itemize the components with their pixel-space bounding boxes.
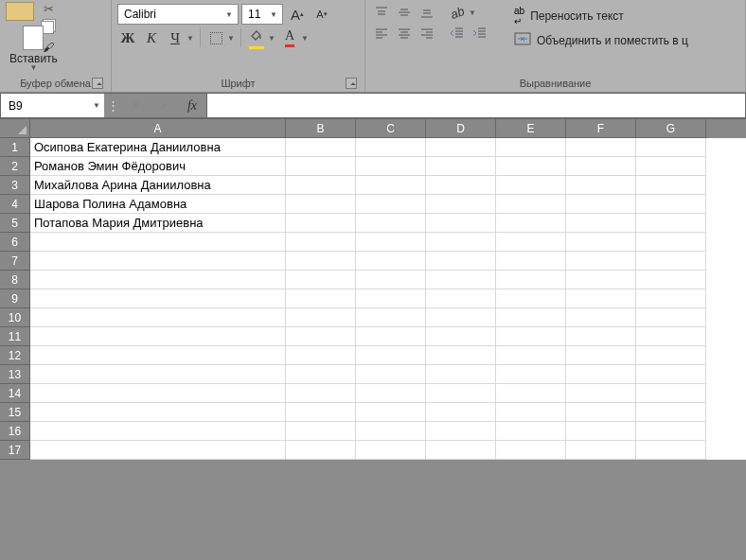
cell[interactable]	[566, 271, 636, 289]
paste-button[interactable]: Вставить ▼	[6, 18, 62, 74]
row-header[interactable]: 3	[0, 176, 30, 195]
cell[interactable]: Михайлова Арина Данииловна	[30, 176, 286, 195]
cell[interactable]	[286, 403, 356, 422]
cell[interactable]	[356, 271, 426, 289]
cell[interactable]	[566, 384, 636, 403]
cell[interactable]	[496, 289, 566, 308]
column-header-C[interactable]: C	[356, 119, 426, 138]
cell[interactable]	[356, 157, 426, 176]
cell[interactable]	[30, 327, 286, 346]
cell[interactable]	[286, 252, 356, 271]
cell[interactable]	[636, 403, 706, 422]
cell[interactable]	[30, 252, 286, 271]
cell[interactable]	[286, 157, 356, 176]
cell[interactable]	[426, 403, 496, 422]
cell[interactable]	[566, 403, 636, 422]
cell[interactable]	[496, 157, 566, 176]
cell[interactable]	[566, 176, 636, 195]
cell[interactable]	[566, 195, 636, 214]
accept-formula-button[interactable]: ✓	[150, 94, 178, 118]
row-header[interactable]: 6	[0, 233, 30, 252]
row-header[interactable]: 10	[0, 308, 30, 327]
cell[interactable]	[30, 403, 286, 422]
cell[interactable]	[426, 252, 496, 271]
row-header[interactable]: 15	[0, 403, 30, 422]
cell[interactable]	[286, 327, 356, 346]
row-header[interactable]: 16	[0, 422, 30, 441]
cell[interactable]	[426, 214, 496, 233]
decrease-indent-button[interactable]	[447, 25, 468, 42]
cell[interactable]	[286, 346, 356, 365]
cell[interactable]	[636, 365, 706, 384]
cell[interactable]	[496, 233, 566, 252]
cell[interactable]	[496, 346, 566, 365]
cell[interactable]	[636, 441, 706, 460]
column-header-F[interactable]: F	[566, 119, 636, 138]
cell[interactable]	[426, 138, 496, 157]
cell[interactable]	[356, 422, 426, 441]
cell[interactable]	[566, 365, 636, 384]
cell[interactable]	[356, 289, 426, 308]
font-size-combo[interactable]: 11 ▼	[241, 4, 283, 25]
merge-center-button[interactable]: Объединить и поместить в ц	[510, 30, 692, 50]
cell[interactable]	[496, 195, 566, 214]
align-right-button[interactable]	[417, 25, 437, 42]
cell[interactable]	[30, 384, 286, 403]
name-box[interactable]: B9 ▼	[0, 93, 104, 118]
cell[interactable]	[566, 308, 636, 327]
row-header[interactable]: 1	[0, 138, 30, 157]
cell[interactable]	[496, 422, 566, 441]
row-header[interactable]: 11	[0, 327, 30, 346]
cell[interactable]	[636, 233, 706, 252]
cell[interactable]: Романов Эмин Фёдорович	[30, 157, 286, 176]
cell[interactable]	[30, 346, 286, 365]
cell[interactable]	[356, 365, 426, 384]
cell[interactable]	[566, 289, 636, 308]
cell[interactable]	[426, 346, 496, 365]
align-left-button[interactable]	[371, 25, 392, 42]
cell[interactable]	[426, 422, 496, 441]
cell[interactable]	[566, 422, 636, 441]
cell[interactable]	[30, 308, 286, 327]
cell[interactable]	[566, 138, 636, 157]
row-header[interactable]: 12	[0, 346, 30, 365]
row-header[interactable]: 5	[0, 214, 30, 233]
cell[interactable]	[286, 195, 356, 214]
cell[interactable]	[566, 441, 636, 460]
cell[interactable]	[636, 346, 706, 365]
cell[interactable]	[636, 214, 706, 233]
row-header[interactable]: 2	[0, 157, 30, 176]
cell[interactable]	[636, 138, 706, 157]
cell[interactable]	[496, 384, 566, 403]
font-launcher[interactable]	[346, 78, 357, 89]
cell[interactable]	[426, 233, 496, 252]
cell[interactable]	[286, 384, 356, 403]
cell[interactable]	[636, 252, 706, 271]
row-header[interactable]: 14	[0, 384, 30, 403]
cell[interactable]	[286, 214, 356, 233]
cell[interactable]	[30, 422, 286, 441]
bold-button[interactable]: Ж	[117, 29, 138, 46]
orientation-button[interactable]: ab ▼	[447, 4, 477, 21]
cell[interactable]	[356, 233, 426, 252]
formula-input[interactable]	[206, 93, 746, 118]
underline-button[interactable]: Ч ▼	[165, 29, 195, 46]
cell[interactable]	[356, 327, 426, 346]
clipboard-launcher[interactable]	[92, 78, 103, 89]
wrap-text-button[interactable]: ab↵ Переносить текст	[510, 4, 692, 28]
align-middle-button[interactable]	[394, 4, 415, 21]
cell[interactable]	[286, 233, 356, 252]
font-name-combo[interactable]: Calibri ▼	[117, 4, 239, 25]
cell[interactable]	[356, 308, 426, 327]
cell[interactable]	[426, 308, 496, 327]
select-all-corner[interactable]	[0, 119, 30, 138]
cell[interactable]	[30, 233, 286, 252]
cell[interactable]	[496, 365, 566, 384]
cell[interactable]: Шарова Полина Адамовна	[30, 195, 286, 214]
cell[interactable]	[426, 157, 496, 176]
column-header-B[interactable]: B	[286, 119, 356, 138]
cell[interactable]	[426, 271, 496, 289]
borders-button[interactable]: ▼	[205, 29, 236, 46]
cell[interactable]	[636, 271, 706, 289]
cell[interactable]: Потапова Мария Дмитриевна	[30, 214, 286, 233]
